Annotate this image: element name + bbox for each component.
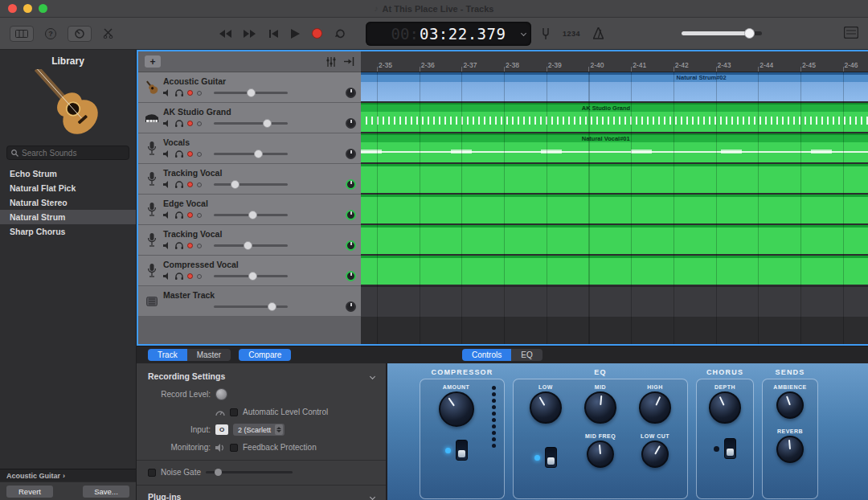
region-compressed-vocal[interactable] (361, 256, 868, 285)
track-volume-slider[interactable] (214, 244, 288, 247)
track-row-master[interactable]: Master Track (138, 286, 361, 317)
record-enable-button[interactable] (187, 182, 193, 187)
noise-gate-slider[interactable] (206, 471, 293, 473)
input-monitor-button[interactable] (197, 182, 202, 187)
auto-level-checkbox[interactable] (230, 408, 238, 416)
tab-eq[interactable]: EQ (511, 349, 542, 361)
solo-button[interactable] (175, 120, 183, 127)
ruler-mark[interactable]: 2-36 (421, 61, 464, 72)
monitoring-icon[interactable] (215, 444, 225, 452)
record-button[interactable] (312, 28, 322, 39)
track-row-edge-vocal[interactable]: Edge Vocal (138, 195, 361, 225)
eq-low-cut-knob[interactable] (641, 441, 669, 468)
recording-settings-header[interactable]: Recording Settings (148, 371, 375, 381)
pan-knob[interactable] (346, 88, 356, 98)
track-row-ak-studio-grand[interactable]: AK Studio Grand (138, 103, 361, 133)
ruler-mark[interactable]: 2-43 (718, 61, 760, 72)
eq-high-knob[interactable] (639, 391, 671, 424)
compare-button[interactable]: Compare (239, 349, 291, 361)
mute-button[interactable] (163, 120, 171, 127)
track-row-compressed-vocal[interactable]: Compressed Vocal (138, 256, 361, 286)
region-natural-strum-02[interactable]: Natural Strum#02 (361, 72, 868, 101)
input-monitor-button[interactable] (197, 274, 202, 279)
track-row-vocals[interactable]: Vocals (138, 133, 361, 164)
zoom-window-button[interactable] (39, 4, 47, 13)
pan-knob[interactable] (346, 240, 356, 251)
record-enable-button[interactable] (187, 243, 193, 248)
track-volume-slider[interactable] (214, 305, 288, 308)
ruler-mark[interactable]: 2-41 (633, 61, 675, 72)
close-window-button[interactable] (8, 4, 17, 13)
input-monitor-button[interactable] (197, 244, 202, 248)
record-enable-button[interactable] (187, 151, 193, 157)
tuner-icon[interactable] (542, 27, 550, 39)
volume-thumb[interactable] (263, 119, 272, 128)
search-input[interactable] (22, 149, 128, 158)
time-ruler[interactable]: 2-35 2-36 2-37 2-38 2-39 2-40 2-41 2-42 … (361, 51, 868, 72)
display-preferences-icon[interactable] (844, 27, 858, 39)
current-patch-bar[interactable]: Acoustic Guitar › (0, 469, 136, 482)
eq-mid-knob[interactable] (584, 391, 616, 424)
region-edge-vocal[interactable] (361, 195, 868, 223)
quick-help-icon[interactable]: ? (45, 28, 56, 39)
metronome-icon[interactable] (593, 27, 604, 39)
ruler-mark[interactable]: 2-39 (548, 61, 591, 72)
editor-scissors-icon[interactable] (103, 28, 114, 39)
input-monitor-button[interactable] (197, 152, 202, 157)
input-monitor-button[interactable] (197, 91, 202, 96)
solo-button[interactable] (175, 273, 183, 280)
library-item-natural-strum[interactable]: Natural Strum (0, 210, 136, 224)
eq-low-knob[interactable] (530, 391, 562, 424)
input-monitor-button[interactable] (197, 121, 202, 126)
library-item-sharp-chorus[interactable]: Sharp Chorus (0, 224, 136, 239)
pan-knob[interactable] (346, 301, 356, 312)
track-volume-slider[interactable] (214, 153, 288, 155)
compressor-toggle-switch[interactable] (456, 440, 468, 461)
mute-button[interactable] (163, 273, 171, 280)
mute-button[interactable] (163, 242, 171, 249)
input-format-button[interactable]: O (215, 424, 228, 435)
pan-knob[interactable] (346, 149, 356, 159)
record-enable-button[interactable] (187, 273, 193, 279)
ruler-mark[interactable]: 2-40 (590, 61, 633, 72)
stepper-icon[interactable] (275, 424, 283, 435)
track-volume-slider[interactable] (214, 183, 288, 186)
pan-knob[interactable] (346, 271, 356, 281)
go-to-beginning-button[interactable] (268, 30, 279, 38)
record-level-knob[interactable] (215, 388, 227, 400)
tab-master[interactable]: Master (187, 349, 231, 361)
eq-toggle-switch[interactable] (545, 447, 557, 468)
revert-button[interactable]: Revert (6, 486, 53, 498)
chorus-depth-knob[interactable] (709, 391, 741, 424)
ruler-mark[interactable]: 2-37 (463, 61, 506, 72)
search-sounds-field[interactable] (6, 145, 129, 160)
library-item-natural-stereo[interactable]: Natural Stereo (0, 195, 136, 210)
mute-button[interactable] (163, 150, 171, 158)
add-track-button[interactable]: + (145, 55, 161, 68)
ruler-mark[interactable]: 2-35 (379, 61, 421, 72)
record-enable-button[interactable] (187, 212, 193, 218)
ambience-send-knob[interactable] (776, 391, 804, 419)
smart-controls-icon[interactable] (68, 26, 92, 42)
ruler-mark[interactable]: 2-45 (802, 61, 845, 72)
record-enable-button[interactable] (187, 90, 193, 96)
eq-mid-freq-knob[interactable] (587, 441, 614, 468)
rewind-button[interactable] (219, 30, 231, 38)
ruler-mark[interactable]: 2-42 (675, 61, 718, 72)
mute-button[interactable] (163, 211, 171, 219)
save-button[interactable]: Save... (83, 486, 129, 498)
musical-typing-icon[interactable] (10, 26, 34, 42)
input-channel-dropdown[interactable]: 2 (Scarlett (233, 424, 285, 436)
noise-gate-checkbox[interactable] (148, 469, 156, 477)
track-volume-slider[interactable] (214, 214, 288, 216)
track-volume-slider[interactable] (214, 275, 288, 277)
reverb-send-knob[interactable] (776, 436, 804, 463)
track-volume-slider[interactable] (214, 122, 288, 125)
minimize-window-button[interactable] (23, 4, 32, 13)
plugins-header[interactable]: Plug-ins (148, 492, 375, 500)
lcd-mode-chevron-icon[interactable] (521, 31, 526, 36)
volume-thumb[interactable] (248, 211, 257, 219)
volume-thumb[interactable] (268, 302, 276, 311)
region-tracking-vocal[interactable] (361, 164, 868, 193)
region-tracking-vocal-2[interactable] (361, 225, 868, 254)
